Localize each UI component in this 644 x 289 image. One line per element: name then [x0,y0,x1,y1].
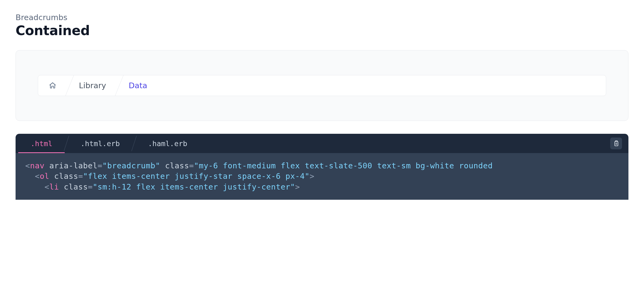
code-token: my-6 font-medium flex text-slate-500 tex… [199,161,493,170]
code-tab-bar: .html .html.erb .haml.erb [16,134,628,153]
code-token: nav [30,161,45,170]
home-icon [49,82,56,89]
code-token: flex items-center justify-star space-x-6… [88,172,305,181]
code-tab-html[interactable]: .html [17,134,66,153]
copy-button[interactable] [610,138,622,149]
breadcrumb-nav: Library Data [38,75,606,96]
breadcrumb-label: Data [129,81,147,90]
breadcrumb-item-data[interactable]: Data [119,75,160,96]
code-token: aria-label [49,161,98,170]
code-panel: .html .html.erb .haml.erb <nav aria-labe… [16,134,628,200]
code-token: li [49,182,59,191]
code-token: ol [40,172,49,181]
preview-panel: Library Data [16,50,628,121]
code-token: breadcrumb [107,161,155,170]
code-tab-html-erb[interactable]: .html.erb [67,134,134,153]
code-token: class [54,172,78,181]
page-header: Breadcrumbs Contained [16,13,628,38]
code-tab-haml-erb[interactable]: .haml.erb [134,134,201,153]
clipboard-icon [613,140,619,147]
code-token: class [165,161,189,170]
code-token: class [64,182,88,191]
page-title: Contained [16,23,628,38]
breadcrumb-item-library[interactable]: Library [70,75,119,96]
svg-rect-0 [615,142,618,146]
breadcrumb-label: Library [79,81,106,90]
code-token: sm:h-12 flex items-center justify-center [97,182,290,191]
code-block[interactable]: <nav aria-label="breadcrumb" class="my-6… [16,153,628,200]
breadcrumb-home[interactable] [38,75,70,96]
category-label: Breadcrumbs [16,13,628,22]
